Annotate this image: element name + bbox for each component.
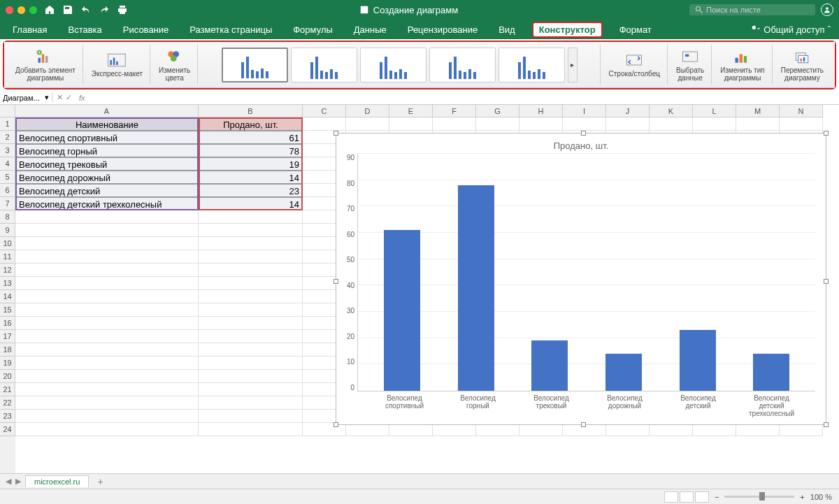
cell-B11[interactable] <box>199 250 303 264</box>
column-header-H[interactable]: H <box>519 105 563 117</box>
zoom-out-button[interactable]: − <box>715 493 719 501</box>
cell-B21[interactable] <box>199 383 303 396</box>
formula-buttons[interactable]: ✕ ✓ <box>52 93 76 102</box>
cell-A2[interactable]: Велосипед спортивный <box>15 131 199 144</box>
select-all-corner[interactable] <box>0 105 15 117</box>
chart-plot-area[interactable] <box>357 154 815 391</box>
chevron-up-icon[interactable]: ˆ <box>828 24 831 35</box>
cell-A8[interactable] <box>15 210 199 224</box>
cell-A17[interactable] <box>15 330 199 343</box>
cell-A20[interactable] <box>15 370 199 383</box>
cell-K1[interactable] <box>650 117 693 131</box>
row-header-4[interactable]: 4 <box>0 157 15 171</box>
cell-H1[interactable] <box>519 117 563 131</box>
view-buttons[interactable] <box>664 491 709 503</box>
chart-bar[interactable] <box>531 340 568 391</box>
cell-B18[interactable] <box>199 343 303 357</box>
cell-A10[interactable] <box>15 237 199 250</box>
cell-A6[interactable]: Велосипед детский <box>15 184 199 197</box>
sheet-nav-next[interactable]: ▶ <box>15 477 21 486</box>
sheet-tab[interactable]: microexcel.ru <box>25 475 89 487</box>
cell-A11[interactable] <box>15 250 199 264</box>
tab-design[interactable]: Конструктор <box>532 22 603 38</box>
column-header-L[interactable]: L <box>693 105 736 117</box>
row-header-9[interactable]: 9 <box>0 224 15 237</box>
cell-A13[interactable] <box>15 277 199 290</box>
tab-view[interactable]: Вид <box>494 22 519 38</box>
cell-D1[interactable] <box>346 117 389 131</box>
cell-B7[interactable]: 14 <box>199 197 303 210</box>
cell-B24[interactable] <box>199 423 303 436</box>
tab-data[interactable]: Данные <box>350 22 391 38</box>
cell-B8[interactable] <box>199 210 303 224</box>
row-header-19[interactable]: 19 <box>0 357 15 370</box>
change-colors-button[interactable]: Изменить цвета <box>152 45 198 85</box>
chart-title[interactable]: Продано, шт. <box>347 141 815 151</box>
normal-view-icon[interactable] <box>664 491 678 503</box>
column-header-C[interactable]: C <box>303 105 346 117</box>
chart-style-1[interactable] <box>222 48 288 82</box>
cell-I1[interactable] <box>563 117 606 131</box>
cell-A21[interactable] <box>15 383 199 396</box>
chart-style-2[interactable] <box>291 48 357 82</box>
add-chart-element-button[interactable]: Добавить элемент диаграммы <box>8 45 83 85</box>
row-header-12[interactable]: 12 <box>0 264 15 277</box>
window-controls[interactable] <box>6 6 37 14</box>
tab-layout[interactable]: Разметка страницы <box>185 22 276 38</box>
resize-handle[interactable] <box>581 131 586 136</box>
close-icon[interactable] <box>6 6 13 14</box>
cell-B15[interactable] <box>199 303 303 317</box>
cell-B12[interactable] <box>199 264 303 277</box>
tab-format[interactable]: Формат <box>615 22 656 38</box>
cell-B20[interactable] <box>199 370 303 383</box>
maximize-icon[interactable] <box>29 6 37 14</box>
cell-A12[interactable] <box>15 264 199 277</box>
chart-bar[interactable] <box>680 330 716 391</box>
share-button[interactable]: Общий доступ ˆ <box>751 24 831 35</box>
column-header-I[interactable]: I <box>563 105 606 117</box>
confirm-icon[interactable]: ✓ <box>66 93 72 102</box>
cell-A4[interactable]: Велосипед трековый <box>15 157 199 171</box>
minimize-icon[interactable] <box>17 6 25 14</box>
cell-B2[interactable]: 61 <box>199 131 303 144</box>
tab-review[interactable]: Рецензирование <box>403 22 482 38</box>
cancel-icon[interactable]: ✕ <box>57 93 63 102</box>
change-chart-type-button[interactable]: Изменить тип диаграммы <box>713 45 772 85</box>
redo-icon[interactable] <box>99 4 110 15</box>
cell-A16[interactable] <box>15 317 199 330</box>
cell-L1[interactable] <box>693 117 736 131</box>
column-headers[interactable]: ABCDEFGHIJKLMN <box>15 105 823 117</box>
chart-bar[interactable] <box>384 230 420 391</box>
column-header-J[interactable]: J <box>606 105 650 117</box>
cell-A18[interactable] <box>15 343 199 357</box>
resize-handle[interactable] <box>824 131 829 136</box>
chart-style-5[interactable] <box>499 48 565 82</box>
row-header-15[interactable]: 15 <box>0 303 15 317</box>
zoom-level[interactable]: 100 % <box>810 493 832 501</box>
cell-B5[interactable]: 14 <box>199 171 303 184</box>
resize-handle[interactable] <box>334 422 338 427</box>
chevron-down-icon[interactable]: ▾ <box>45 93 49 102</box>
cell-A9[interactable] <box>15 224 199 237</box>
tab-formulas[interactable]: Формулы <box>289 22 337 38</box>
row-header-8[interactable]: 8 <box>0 210 15 224</box>
column-header-A[interactable]: A <box>15 105 199 117</box>
cell-A24[interactable] <box>15 423 199 436</box>
row-header-23[interactable]: 23 <box>0 410 15 423</box>
cell-B9[interactable] <box>199 224 303 237</box>
column-header-E[interactable]: E <box>389 105 433 117</box>
cell-B14[interactable] <box>199 290 303 303</box>
cell-F1[interactable] <box>433 117 476 131</box>
switch-row-column-button[interactable]: Строка/столбец <box>602 45 668 85</box>
page-break-view-icon[interactable] <box>695 491 709 503</box>
row-header-11[interactable]: 11 <box>0 250 15 264</box>
row-header-24[interactable]: 24 <box>0 423 15 436</box>
name-box[interactable]: Диаграм...▾ <box>0 93 52 102</box>
cell-A5[interactable]: Велосипед дорожный <box>15 171 199 184</box>
column-header-N[interactable]: N <box>780 105 823 117</box>
chart-bar[interactable] <box>753 354 789 391</box>
cell-A7[interactable]: Велосипед детский трехколесный <box>15 197 199 210</box>
column-header-G[interactable]: G <box>476 105 519 117</box>
row-header-3[interactable]: 3 <box>0 144 15 157</box>
row-header-7[interactable]: 7 <box>0 197 15 210</box>
